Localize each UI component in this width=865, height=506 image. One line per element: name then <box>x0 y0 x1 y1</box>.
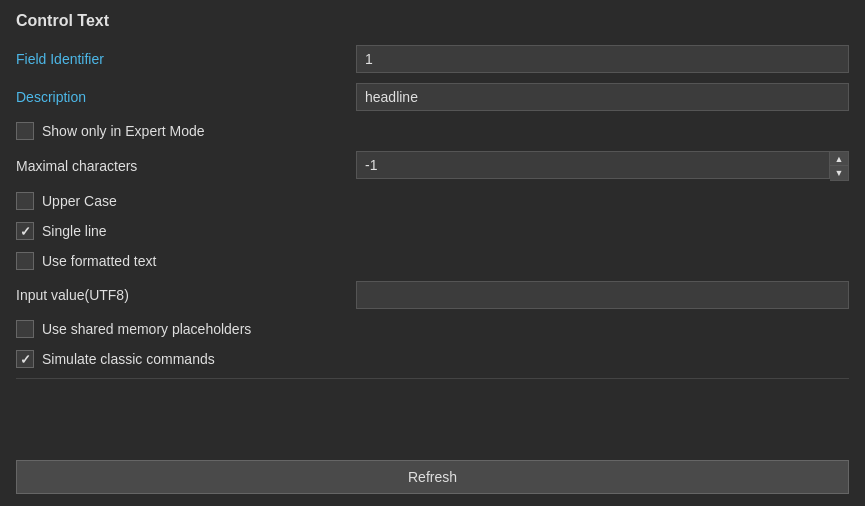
input-value-row: Input value(UTF8) <box>16 276 849 314</box>
use-formatted-row: Use formatted text <box>16 246 849 276</box>
panel-title: Control Text <box>16 12 849 30</box>
upper-case-checkbox[interactable] <box>16 192 34 210</box>
show-expert-row: Show only in Expert Mode <box>16 116 849 146</box>
use-formatted-checkbox[interactable] <box>16 252 34 270</box>
show-expert-checkbox[interactable] <box>16 122 34 140</box>
simulate-classic-checkbox[interactable] <box>16 350 34 368</box>
input-value-input[interactable] <box>356 281 849 309</box>
control-text-panel: Control Text Field Identifier Descriptio… <box>0 0 865 506</box>
maximal-chars-label: Maximal characters <box>16 158 356 174</box>
single-line-row: Single line <box>16 216 849 246</box>
field-identifier-row: Field Identifier <box>16 40 849 78</box>
show-expert-label: Show only in Expert Mode <box>42 123 205 139</box>
maximal-chars-row: Maximal characters ▲ ▼ <box>16 146 849 186</box>
simulate-classic-label: Simulate classic commands <box>42 351 215 367</box>
upper-case-label: Upper Case <box>42 193 117 209</box>
maximal-chars-input[interactable] <box>356 151 830 179</box>
spinner-up-button[interactable]: ▲ <box>830 152 848 166</box>
simulate-classic-row: Simulate classic commands <box>16 344 849 374</box>
use-shared-checkbox[interactable] <box>16 320 34 338</box>
input-value-label: Input value(UTF8) <box>16 287 356 303</box>
single-line-label: Single line <box>42 223 107 239</box>
single-line-checkbox[interactable] <box>16 222 34 240</box>
field-identifier-label: Field Identifier <box>16 51 356 67</box>
maximal-chars-spinner: ▲ ▼ <box>356 151 849 181</box>
description-label: Description <box>16 89 356 105</box>
use-formatted-label: Use formatted text <box>42 253 156 269</box>
description-row: Description <box>16 78 849 116</box>
refresh-button[interactable]: Refresh <box>16 460 849 494</box>
upper-case-row: Upper Case <box>16 186 849 216</box>
use-shared-row: Use shared memory placeholders <box>16 314 849 344</box>
divider <box>16 378 849 379</box>
spinner-buttons: ▲ ▼ <box>830 151 849 181</box>
use-shared-label: Use shared memory placeholders <box>42 321 251 337</box>
field-identifier-input[interactable] <box>356 45 849 73</box>
description-input[interactable] <box>356 83 849 111</box>
spinner-down-button[interactable]: ▼ <box>830 166 848 180</box>
